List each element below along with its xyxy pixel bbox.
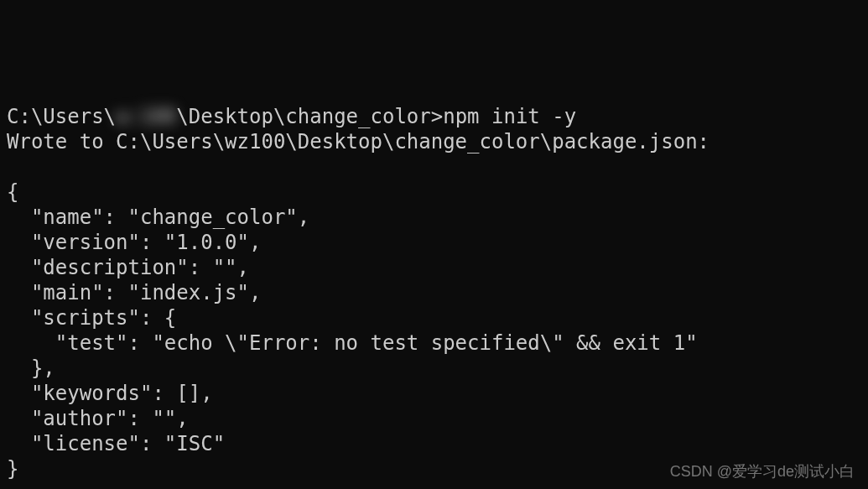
prompt-line[interactable]: C:\Users\w:100\Desktop\change_color>npm … [7, 104, 861, 129]
prompt-user-censored: w:100 [116, 104, 176, 129]
watermark: CSDN @爱学习de测试小白 [670, 462, 855, 481]
json-output: { "name": "change_color", "version": "1.… [7, 154, 861, 481]
prompt-path-suffix: \Desktop\change_color> [176, 105, 443, 128]
output-wrote-line: Wrote to C:\Users\wz100\Desktop\change_c… [7, 129, 861, 154]
command-text: npm init -y [443, 105, 576, 128]
prompt-path-prefix: C:\Users\ [7, 105, 116, 128]
